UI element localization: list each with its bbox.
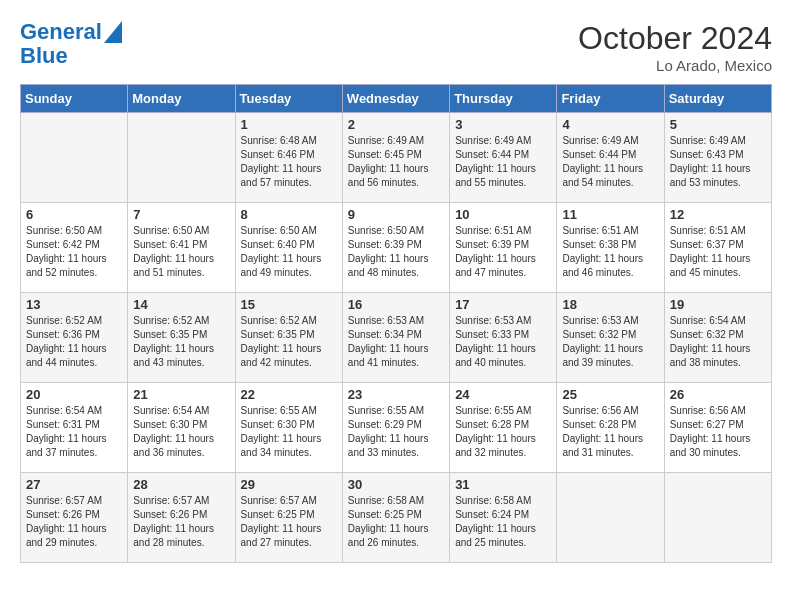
calendar-cell: 17Sunrise: 6:53 AM Sunset: 6:33 PM Dayli… [450,293,557,383]
day-info: Sunrise: 6:48 AM Sunset: 6:46 PM Dayligh… [241,134,337,190]
calendar-cell: 10Sunrise: 6:51 AM Sunset: 6:39 PM Dayli… [450,203,557,293]
week-row-3: 13Sunrise: 6:52 AM Sunset: 6:36 PM Dayli… [21,293,772,383]
calendar-cell: 16Sunrise: 6:53 AM Sunset: 6:34 PM Dayli… [342,293,449,383]
day-number: 22 [241,387,337,402]
day-number: 23 [348,387,444,402]
day-info: Sunrise: 6:51 AM Sunset: 6:38 PM Dayligh… [562,224,658,280]
day-number: 14 [133,297,229,312]
day-info: Sunrise: 6:50 AM Sunset: 6:39 PM Dayligh… [348,224,444,280]
day-number: 25 [562,387,658,402]
logo-text: General [20,20,102,44]
day-info: Sunrise: 6:52 AM Sunset: 6:36 PM Dayligh… [26,314,122,370]
calendar-cell: 2Sunrise: 6:49 AM Sunset: 6:45 PM Daylig… [342,113,449,203]
calendar-cell: 4Sunrise: 6:49 AM Sunset: 6:44 PM Daylig… [557,113,664,203]
calendar-cell: 22Sunrise: 6:55 AM Sunset: 6:30 PM Dayli… [235,383,342,473]
calendar-cell: 1Sunrise: 6:48 AM Sunset: 6:46 PM Daylig… [235,113,342,203]
day-info: Sunrise: 6:49 AM Sunset: 6:44 PM Dayligh… [562,134,658,190]
logo-icon [104,21,122,43]
calendar-cell: 8Sunrise: 6:50 AM Sunset: 6:40 PM Daylig… [235,203,342,293]
logo: General Blue [20,20,122,68]
day-info: Sunrise: 6:49 AM Sunset: 6:45 PM Dayligh… [348,134,444,190]
day-number: 5 [670,117,766,132]
day-number: 27 [26,477,122,492]
day-number: 11 [562,207,658,222]
calendar-cell: 18Sunrise: 6:53 AM Sunset: 6:32 PM Dayli… [557,293,664,383]
day-number: 2 [348,117,444,132]
day-number: 8 [241,207,337,222]
calendar-cell: 20Sunrise: 6:54 AM Sunset: 6:31 PM Dayli… [21,383,128,473]
day-number: 18 [562,297,658,312]
calendar-cell: 25Sunrise: 6:56 AM Sunset: 6:28 PM Dayli… [557,383,664,473]
calendar-cell: 30Sunrise: 6:58 AM Sunset: 6:25 PM Dayli… [342,473,449,563]
calendar-cell: 13Sunrise: 6:52 AM Sunset: 6:36 PM Dayli… [21,293,128,383]
day-info: Sunrise: 6:52 AM Sunset: 6:35 PM Dayligh… [241,314,337,370]
day-info: Sunrise: 6:51 AM Sunset: 6:39 PM Dayligh… [455,224,551,280]
day-info: Sunrise: 6:50 AM Sunset: 6:41 PM Dayligh… [133,224,229,280]
day-info: Sunrise: 6:54 AM Sunset: 6:32 PM Dayligh… [670,314,766,370]
week-row-5: 27Sunrise: 6:57 AM Sunset: 6:26 PM Dayli… [21,473,772,563]
day-info: Sunrise: 6:49 AM Sunset: 6:43 PM Dayligh… [670,134,766,190]
day-info: Sunrise: 6:54 AM Sunset: 6:30 PM Dayligh… [133,404,229,460]
day-number: 16 [348,297,444,312]
calendar-table: SundayMondayTuesdayWednesdayThursdayFrid… [20,84,772,563]
day-number: 7 [133,207,229,222]
week-row-1: 1Sunrise: 6:48 AM Sunset: 6:46 PM Daylig… [21,113,772,203]
day-number: 31 [455,477,551,492]
calendar-cell [664,473,771,563]
column-header-monday: Monday [128,85,235,113]
column-header-thursday: Thursday [450,85,557,113]
day-number: 26 [670,387,766,402]
logo-text2: Blue [20,44,68,68]
day-info: Sunrise: 6:55 AM Sunset: 6:28 PM Dayligh… [455,404,551,460]
calendar-cell: 28Sunrise: 6:57 AM Sunset: 6:26 PM Dayli… [128,473,235,563]
day-info: Sunrise: 6:53 AM Sunset: 6:32 PM Dayligh… [562,314,658,370]
day-number: 15 [241,297,337,312]
day-info: Sunrise: 6:56 AM Sunset: 6:28 PM Dayligh… [562,404,658,460]
day-info: Sunrise: 6:55 AM Sunset: 6:30 PM Dayligh… [241,404,337,460]
day-info: Sunrise: 6:52 AM Sunset: 6:35 PM Dayligh… [133,314,229,370]
day-number: 30 [348,477,444,492]
month-title: October 2024 [578,20,772,57]
day-info: Sunrise: 6:51 AM Sunset: 6:37 PM Dayligh… [670,224,766,280]
day-number: 12 [670,207,766,222]
day-info: Sunrise: 6:56 AM Sunset: 6:27 PM Dayligh… [670,404,766,460]
column-header-friday: Friday [557,85,664,113]
calendar-cell [128,113,235,203]
calendar-cell: 19Sunrise: 6:54 AM Sunset: 6:32 PM Dayli… [664,293,771,383]
calendar-cell: 3Sunrise: 6:49 AM Sunset: 6:44 PM Daylig… [450,113,557,203]
day-number: 17 [455,297,551,312]
title-block: October 2024 Lo Arado, Mexico [578,20,772,74]
day-number: 6 [26,207,122,222]
calendar-cell: 12Sunrise: 6:51 AM Sunset: 6:37 PM Dayli… [664,203,771,293]
page-header: General Blue October 2024 Lo Arado, Mexi… [20,20,772,74]
column-header-saturday: Saturday [664,85,771,113]
day-number: 19 [670,297,766,312]
day-info: Sunrise: 6:58 AM Sunset: 6:24 PM Dayligh… [455,494,551,550]
calendar-cell: 21Sunrise: 6:54 AM Sunset: 6:30 PM Dayli… [128,383,235,473]
week-row-2: 6Sunrise: 6:50 AM Sunset: 6:42 PM Daylig… [21,203,772,293]
svg-marker-0 [104,21,122,43]
location: Lo Arado, Mexico [578,57,772,74]
day-info: Sunrise: 6:57 AM Sunset: 6:25 PM Dayligh… [241,494,337,550]
column-header-wednesday: Wednesday [342,85,449,113]
day-info: Sunrise: 6:49 AM Sunset: 6:44 PM Dayligh… [455,134,551,190]
day-number: 21 [133,387,229,402]
day-info: Sunrise: 6:54 AM Sunset: 6:31 PM Dayligh… [26,404,122,460]
day-number: 4 [562,117,658,132]
day-number: 24 [455,387,551,402]
day-number: 28 [133,477,229,492]
calendar-cell: 7Sunrise: 6:50 AM Sunset: 6:41 PM Daylig… [128,203,235,293]
header-row: SundayMondayTuesdayWednesdayThursdayFrid… [21,85,772,113]
calendar-cell: 26Sunrise: 6:56 AM Sunset: 6:27 PM Dayli… [664,383,771,473]
calendar-cell: 5Sunrise: 6:49 AM Sunset: 6:43 PM Daylig… [664,113,771,203]
column-header-sunday: Sunday [21,85,128,113]
calendar-cell [21,113,128,203]
calendar-cell: 27Sunrise: 6:57 AM Sunset: 6:26 PM Dayli… [21,473,128,563]
day-info: Sunrise: 6:58 AM Sunset: 6:25 PM Dayligh… [348,494,444,550]
calendar-cell: 15Sunrise: 6:52 AM Sunset: 6:35 PM Dayli… [235,293,342,383]
calendar-cell: 29Sunrise: 6:57 AM Sunset: 6:25 PM Dayli… [235,473,342,563]
day-info: Sunrise: 6:57 AM Sunset: 6:26 PM Dayligh… [133,494,229,550]
day-info: Sunrise: 6:53 AM Sunset: 6:33 PM Dayligh… [455,314,551,370]
calendar-cell: 14Sunrise: 6:52 AM Sunset: 6:35 PM Dayli… [128,293,235,383]
day-number: 29 [241,477,337,492]
